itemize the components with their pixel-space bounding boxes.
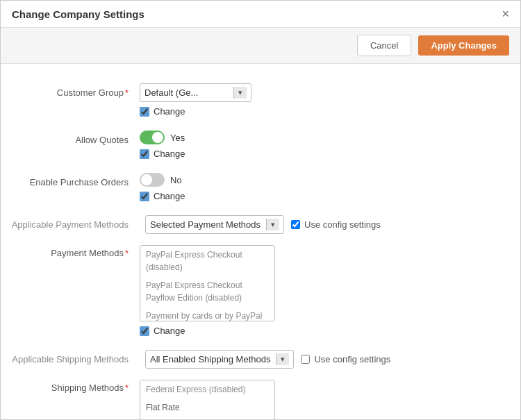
enable-purchase-orders-toggle-row: No	[140, 173, 493, 187]
close-button[interactable]: ×	[502, 8, 509, 20]
applicable-payment-methods-control: Selected Payment Methods ▾ Use config se…	[145, 215, 493, 234]
applicable-shipping-methods-control: All Enabled Shipping Methods ▾ Use confi…	[145, 350, 493, 369]
shipping-methods-list-item[interactable]: Federal Express (disabled)	[140, 380, 274, 398]
toggle-knob-po	[141, 174, 152, 185]
shipping-use-config-label: Use config settings	[314, 354, 390, 364]
shipping-methods-listbox[interactable]: Federal Express (disabled)Flat RateBest …	[140, 380, 275, 419]
applicable-payment-methods-row: Applicable Payment Methods Selected Paym…	[1, 210, 520, 240]
applicable-shipping-methods-select[interactable]: All Enabled Shipping Methods ▾	[145, 350, 294, 369]
payment-use-config-row: Use config settings	[291, 219, 381, 230]
customer-group-dropdown-arrow[interactable]: ▾	[233, 87, 247, 99]
applicable-shipping-methods-row: Applicable Shipping Methods All Enabled …	[1, 344, 520, 374]
shipping-use-config-row: Use config settings	[301, 354, 390, 364]
enable-purchase-orders-change-label: Change	[154, 191, 185, 201]
shipping-use-config-checkbox[interactable]	[301, 355, 310, 364]
allow-quotes-toggle-label: Yes	[170, 133, 185, 143]
shipping-methods-label: Shipping Methods*	[1, 380, 140, 393]
apply-changes-button[interactable]: Apply Changes	[418, 35, 509, 56]
payment-methods-list-item[interactable]: PayPal Express Checkout Payflow Edition …	[140, 276, 274, 307]
payment-use-config-checkbox[interactable]	[291, 220, 300, 229]
allow-quotes-toggle[interactable]	[140, 131, 165, 144]
modal-header: Change Company Settings ×	[1, 1, 520, 28]
shipping-methods-list-item[interactable]: Flat Rate	[140, 398, 274, 417]
allow-quotes-toggle-row: Yes	[140, 131, 493, 144]
payment-methods-list-item[interactable]: Payment by cards or by PayPal account (d…	[140, 307, 274, 321]
modal-body: Customer Group* Default (Ge... ▾ Change …	[1, 64, 520, 419]
payment-methods-change-row: Change	[140, 324, 493, 336]
customer-group-value: Default (Ge...	[144, 87, 228, 98]
enable-purchase-orders-toggle-label: No	[170, 175, 182, 185]
payment-use-config-label: Use config settings	[304, 219, 381, 230]
payment-methods-label: Payment Methods*	[1, 245, 140, 258]
enable-purchase-orders-toggle[interactable]	[140, 173, 165, 187]
allow-quotes-change-checkbox[interactable]	[140, 149, 149, 159]
customer-group-row: Customer Group* Default (Ge... ▾ Change	[1, 78, 520, 122]
toolbar: Cancel Apply Changes	[1, 28, 520, 64]
shipping-methods-list-item[interactable]: Best Way (disabled)	[140, 417, 274, 419]
allow-quotes-change-label: Change	[154, 149, 185, 159]
payment-methods-row: Payment Methods* PayPal Express Checkout…	[1, 240, 520, 342]
payment-required-star: *	[125, 248, 129, 258]
modal-title: Change Company Settings	[12, 8, 144, 20]
cancel-button[interactable]: Cancel	[357, 35, 411, 56]
customer-group-control: Default (Ge... ▾ Change	[140, 83, 493, 117]
payment-methods-list-item[interactable]: PayPal Express Checkout (disabled)	[140, 246, 274, 276]
customer-group-label: Customer Group*	[1, 83, 140, 98]
payment-methods-listbox[interactable]: PayPal Express Checkout (disabled)PayPal…	[140, 245, 275, 321]
enable-purchase-orders-label: Enable Purchase Orders	[1, 173, 140, 187]
payment-methods-change-checkbox[interactable]	[140, 326, 149, 336]
enable-purchase-orders-change-row: Change	[140, 190, 493, 201]
allow-quotes-change-row: Change	[140, 147, 493, 159]
customer-group-select-row: Default (Ge... ▾	[140, 83, 493, 102]
allow-quotes-row: Allow Quotes Yes Change	[1, 125, 520, 165]
allow-quotes-label: Allow Quotes	[1, 131, 140, 145]
required-star: *	[125, 87, 129, 98]
customer-group-change-row: Change	[140, 105, 493, 117]
shipping-required-star: *	[125, 383, 129, 393]
payment-methods-control: PayPal Express Checkout (disabled)PayPal…	[140, 245, 493, 336]
applicable-payment-methods-arrow[interactable]: ▾	[266, 219, 279, 230]
customer-group-select[interactable]: Default (Ge... ▾	[140, 83, 251, 102]
toggle-knob	[152, 132, 163, 143]
change-company-settings-modal: Change Company Settings × Cancel Apply C…	[0, 0, 521, 420]
shipping-methods-row: Shipping Methods* Federal Express (disab…	[1, 374, 520, 419]
enable-purchase-orders-change-checkbox[interactable]	[140, 192, 149, 201]
customer-group-change-checkbox[interactable]	[140, 107, 149, 117]
enable-purchase-orders-row: Enable Purchase Orders No Change	[1, 167, 520, 207]
applicable-payment-methods-value: Selected Payment Methods	[150, 219, 260, 230]
customer-group-change-label: Change	[154, 106, 185, 117]
applicable-payment-methods-select[interactable]: Selected Payment Methods ▾	[145, 215, 284, 234]
applicable-shipping-methods-arrow[interactable]: ▾	[276, 353, 289, 365]
enable-purchase-orders-control: No Change	[140, 173, 493, 201]
allow-quotes-control: Yes Change	[140, 131, 493, 159]
payment-methods-change-label: Change	[154, 326, 185, 336]
applicable-shipping-methods-label: Applicable Shipping Methods	[1, 354, 140, 364]
shipping-methods-control: Federal Express (disabled)Flat RateBest …	[140, 380, 493, 419]
applicable-payment-methods-label: Applicable Payment Methods	[1, 219, 140, 230]
applicable-shipping-methods-value: All Enabled Shipping Methods	[150, 354, 270, 364]
